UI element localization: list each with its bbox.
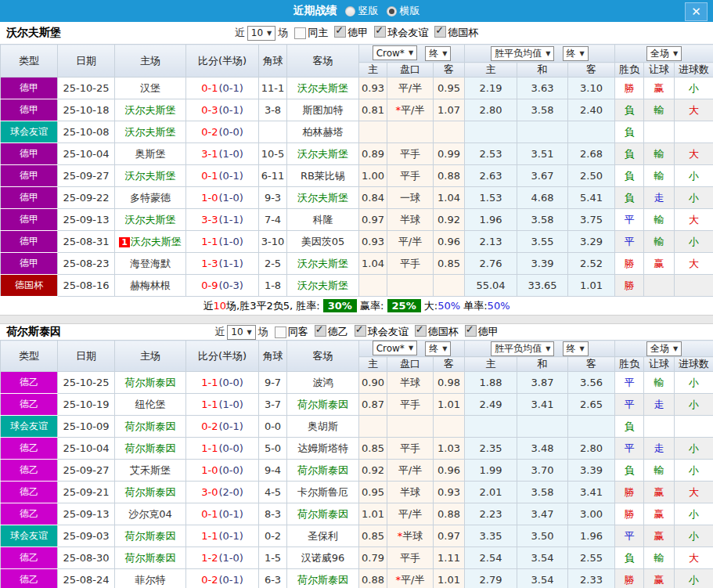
goals-result-cell: 小 xyxy=(675,569,713,588)
avg-odds-cell: 2.19 xyxy=(465,78,517,99)
away-team-cell: 美因茨05 xyxy=(287,231,359,253)
col-avg-draw: 和 xyxy=(517,357,568,372)
avg-odds-cell: 2.65 xyxy=(568,394,615,416)
result-cell: 平 xyxy=(615,394,644,416)
goals-result-cell: 大 xyxy=(675,547,713,569)
avg-time-dropdown[interactable]: 终▼ xyxy=(563,341,589,356)
handicap-odds-cell: 0.95 xyxy=(434,78,465,99)
home-team-cell: 纽伦堡 xyxy=(115,394,186,416)
league-type-cell: 德乙 xyxy=(1,394,58,416)
early-odds-marker: * xyxy=(396,104,402,116)
avg-group-header: 胜平负均值▼ 终▼ xyxy=(465,341,615,357)
team-name: 沃尔夫斯堡 xyxy=(125,126,176,138)
halftime-score: (0-0) xyxy=(218,442,243,454)
avg-odds-cell xyxy=(568,121,615,143)
fulltime-score: 0-2 xyxy=(201,420,218,432)
handicap-result-cell: 赢 xyxy=(644,482,675,503)
score-cell: 1-0(0-0) xyxy=(186,460,259,482)
away-team-cell: 荷尔斯泰因 xyxy=(287,394,359,416)
halftime-score: (1-0) xyxy=(218,192,243,204)
match-count-dropdown[interactable]: 10▼ xyxy=(247,26,275,41)
odds-time-dropdown[interactable]: 终▼ xyxy=(425,46,451,61)
league-type-cell: 德乙 xyxy=(1,372,58,394)
score-cell: 1-3(1-1) xyxy=(186,253,259,275)
close-icon[interactable]: ✕ xyxy=(685,2,708,21)
col-goals: 进球数 xyxy=(675,357,713,372)
goals-result-cell: 小 xyxy=(675,525,713,547)
match-row: 球会友谊25-09-03荷尔斯泰因1-1(0-1)0-2圣保利0.85*半球0.… xyxy=(1,525,713,547)
league-type-cell: 德乙 xyxy=(1,460,58,482)
home-team-cell: 赫梅林根 xyxy=(115,275,186,297)
halftime-score: (1-1) xyxy=(218,214,243,225)
odds-source-dropdown[interactable]: Crow*▼ xyxy=(373,45,417,60)
avg-odds-cell: 2.79 xyxy=(465,569,517,588)
league-checkbox-label: 德乙 xyxy=(328,326,348,337)
avg-odds-cell: 33.65 xyxy=(517,275,568,297)
league-checkbox[interactable] xyxy=(415,325,427,337)
avg-odds-cell: 2.52 xyxy=(568,253,615,275)
col-date: 日期 xyxy=(58,45,115,78)
same-venue-checkbox[interactable] xyxy=(275,326,286,338)
home-team-cell: 沃尔夫斯堡 xyxy=(115,121,186,143)
handicap-odds-cell: 1.00 xyxy=(359,165,387,187)
handicap-odds-cell: 0.85 xyxy=(359,438,387,460)
same-venue-checkbox[interactable] xyxy=(294,27,306,39)
home-team-cell: 多特蒙德 xyxy=(115,187,186,209)
handicap-odds-cell: 1.11 xyxy=(434,547,465,569)
handicap-odds-cell: 0.90 xyxy=(359,372,387,394)
layout-radio-horizontal[interactable] xyxy=(387,6,397,16)
col-odds-away: 客 xyxy=(434,63,465,78)
league-checkbox[interactable] xyxy=(355,325,366,337)
layout-radio-horizontal-label[interactable]: 横版 xyxy=(400,4,420,18)
chevron-down-icon: ▼ xyxy=(580,50,585,57)
col-avg-away: 客 xyxy=(568,357,615,372)
halftime-score: (0-0) xyxy=(218,126,243,138)
handicap-line-cell: 平/半 xyxy=(387,503,434,525)
avg-time-dropdown[interactable]: 终▼ xyxy=(563,46,589,61)
league-type-cell: 德乙 xyxy=(1,438,58,460)
handicap-line-cell xyxy=(387,275,434,297)
score-cell: 3-0(2-0) xyxy=(186,482,259,503)
summary-part: 10 xyxy=(213,300,226,312)
summary-part: 25% xyxy=(387,299,421,312)
fulltime-score: 1-1 xyxy=(201,399,218,410)
avg-odds-cell: 3.48 xyxy=(517,438,568,460)
layout-radio-vertical[interactable] xyxy=(345,6,355,16)
corner-cell: 8-3 xyxy=(259,503,287,525)
avg-odds-dropdown[interactable]: 胜平负均值▼ xyxy=(491,341,554,356)
league-checkbox[interactable] xyxy=(465,325,477,337)
fulltime-score: 0-2 xyxy=(201,574,218,586)
league-checkbox-group: 德甲球会友谊德国杯 xyxy=(328,26,478,40)
halftime-score: (0-3) xyxy=(218,280,243,291)
handicap-odds-cell: 0.88 xyxy=(434,503,465,525)
odds-time-dropdown[interactable]: 终▼ xyxy=(425,341,451,356)
handicap-result-cell xyxy=(644,416,675,438)
corner-cell: 9-4 xyxy=(259,460,287,482)
layout-radio-vertical-label[interactable]: 竖版 xyxy=(358,4,379,18)
league-checkbox[interactable] xyxy=(315,325,326,337)
team-name: 沃尔夫斯堡 xyxy=(297,280,348,291)
odds-group-header: Crow*▼ 终▼ xyxy=(359,341,465,357)
avg-odds-cell: 3.39 xyxy=(517,253,568,275)
match-count-dropdown[interactable]: 10▼ xyxy=(227,325,255,340)
handicap-odds-cell: 0.84 xyxy=(359,187,387,209)
corner-cell: 10-5 xyxy=(259,143,287,165)
corner-cell: 3-7 xyxy=(259,394,287,416)
fulltime-dropdown[interactable]: 全场▼ xyxy=(646,46,682,61)
result-cell: 平 xyxy=(615,231,644,253)
league-checkbox[interactable] xyxy=(434,26,446,38)
home-team-cell: 荷尔斯泰因 xyxy=(115,438,186,460)
fulltime-score: 0-3 xyxy=(201,104,218,116)
avg-odds-cell: 1.53 xyxy=(465,187,517,209)
fulltime-dropdown[interactable]: 全场▼ xyxy=(646,341,682,356)
result-cell: 平 xyxy=(615,372,644,394)
fulltime-score: 1-3 xyxy=(201,258,218,269)
league-type-cell: 德乙 xyxy=(1,547,58,569)
avg-odds-dropdown[interactable]: 胜平负均值▼ xyxy=(491,46,554,61)
handicap-result-cell: 赢 xyxy=(644,503,675,525)
recent-matches-table: 类型 日期 主场 比分(半场) 角球 客场 Crow*▼ 终▼ 胜平负均值▼ 终… xyxy=(0,44,713,297)
result-cell: 平 xyxy=(615,525,644,547)
league-checkbox[interactable] xyxy=(374,26,386,38)
league-checkbox[interactable] xyxy=(334,26,346,38)
odds-source-dropdown[interactable]: Crow*▼ xyxy=(373,341,417,355)
